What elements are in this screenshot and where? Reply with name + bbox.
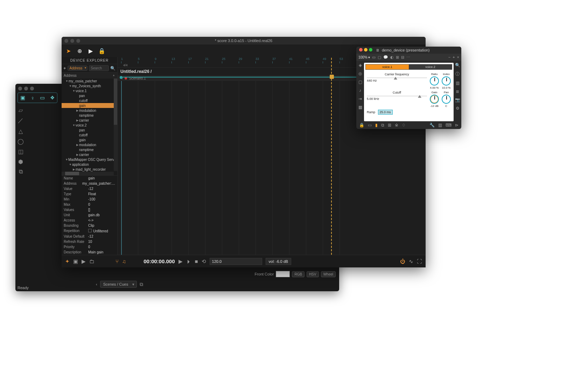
wrench-icon[interactable]: 🔧 (429, 123, 435, 128)
branch-icon[interactable]: ⑂ (115, 258, 119, 264)
tree-item[interactable]: ▶modulation (62, 108, 117, 113)
camera-icon[interactable]: 📷 (455, 97, 460, 102)
transport-stop-button[interactable]: ■ (195, 258, 198, 264)
add-icon[interactable]: ⊕ (76, 48, 83, 54)
transport-rewind-button[interactable]: ⟲ (202, 258, 206, 265)
add-device-button[interactable]: + (63, 66, 66, 71)
tree-hscrollbar[interactable] (62, 172, 114, 175)
layers-icon[interactable]: ⧉ (381, 123, 384, 128)
tool-light-icon[interactable]: ♀ (28, 93, 37, 103)
square-icon[interactable]: ▢ (358, 80, 362, 84)
transport-play-button[interactable]: ▶ (178, 258, 183, 265)
tree-item[interactable]: ▶modulation (62, 142, 117, 147)
note-icon[interactable]: ♪ (359, 88, 361, 93)
search-icon[interactable]: 🔍 (455, 63, 460, 68)
process-icon[interactable]: ✦ (65, 258, 70, 265)
tree-item[interactable]: ▼my_2voices_synth (62, 83, 117, 88)
tb-icon-5[interactable]: ⊞ (396, 55, 399, 60)
tree-item[interactable]: ▶carrier (62, 152, 117, 157)
device-tree[interactable]: ▼my_ossia_patcher▼my_2voices_synth▼voice… (62, 79, 117, 175)
tree-item[interactable]: ▼application (62, 162, 117, 167)
grid-icon[interactable]: ⊞ (388, 123, 391, 128)
tree-item[interactable]: cutoff (62, 98, 117, 103)
popout-icon[interactable]: ⧉ (140, 281, 143, 287)
play-icon[interactable]: ▶ (88, 48, 94, 54)
columns-icon[interactable]: ▥ (456, 81, 460, 86)
snap-icon[interactable]: ※ (395, 123, 398, 128)
playhead[interactable] (331, 57, 332, 255)
add-rect-icon[interactable]: ▱ (18, 107, 24, 114)
tree-item[interactable]: pan (62, 128, 117, 132)
tb-icon-3[interactable]: 💬 (383, 55, 388, 60)
tool-monitor-icon[interactable]: ▭ (37, 93, 47, 103)
search-icon[interactable]: 🔍 (110, 66, 115, 71)
fullscreen-icon[interactable]: ⛶ (417, 258, 422, 264)
scenes-combo[interactable]: Scenes / Cues (100, 281, 137, 288)
add-solid-icon[interactable]: ⬢ (18, 158, 24, 165)
folder-icon[interactable]: 🗀 (89, 258, 94, 264)
rgb-button[interactable]: RGB (292, 271, 304, 277)
power-icon[interactable]: ⏻ (400, 258, 405, 264)
info-icon[interactable]: ⓘ (455, 71, 460, 77)
pan-knob[interactable] (442, 95, 451, 104)
present-icon[interactable]: ▭ (368, 123, 372, 128)
presentation-mode-icon[interactable]: ▮ (375, 123, 378, 128)
add-triangle-icon[interactable]: △ (18, 128, 24, 135)
mixer-icon[interactable]: ∿ (409, 258, 413, 265)
picture-icon[interactable]: ▦ (358, 105, 362, 110)
piano-icon[interactable]: ▥ (438, 123, 442, 128)
tab-voice-2[interactable]: voice.2 (409, 64, 452, 69)
tree-item[interactable]: ▼my_ossia_patcher (62, 79, 117, 83)
hsv-button[interactable]: HSV (307, 271, 319, 277)
sliders-icon[interactable]: ⚙ (456, 106, 460, 111)
tree-item[interactable]: ▶carrier (62, 118, 117, 123)
image-icon[interactable]: ▣ (73, 258, 78, 265)
arrow-icon[interactable]: ⇥ (358, 96, 362, 101)
tree-item[interactable]: cutoff (62, 132, 117, 137)
volume-display[interactable]: vol: -6.0 dB (266, 258, 292, 265)
add-line-icon[interactable]: ／ (18, 117, 24, 124)
add-ellipse-icon[interactable]: ◯ (18, 138, 24, 145)
tb-icon-4[interactable]: ◐ (390, 55, 394, 60)
breadcrumb[interactable]: Untitled.real26 / (120, 69, 152, 74)
search-input[interactable] (89, 65, 109, 71)
address-combo[interactable]: Address (68, 66, 88, 71)
tb-icon-2[interactable]: ▢ (378, 55, 381, 60)
wheel-button[interactable]: Wheel (321, 271, 336, 277)
tab-voice-1[interactable]: voice.1 (366, 64, 409, 69)
run-icon[interactable]: ⊳ (455, 123, 458, 128)
cube-icon[interactable]: ◈ (359, 63, 362, 68)
zoom-combo[interactable]: 100% ▾ (358, 55, 370, 59)
tree-item[interactable]: ▼MadMapper OSC Query Server (62, 157, 117, 162)
start-marker[interactable] (121, 81, 122, 255)
tree-item[interactable]: pan (62, 93, 117, 98)
tree-item[interactable]: ▶mad_light_recorder (62, 167, 117, 172)
tree-vscrollbar[interactable] (114, 79, 117, 171)
tree-item[interactable]: gain (62, 137, 117, 142)
tempo-input[interactable] (210, 258, 262, 265)
add-group-icon[interactable]: ⧉ (18, 169, 24, 175)
tree-item[interactable]: ramptime (62, 147, 117, 152)
keyboard-icon[interactable]: ⌨ (446, 123, 451, 128)
tree-item[interactable]: ▼voice.1 (62, 88, 117, 93)
ratio-knob[interactable] (430, 76, 439, 86)
music-icon[interactable]: ♫ (122, 258, 126, 264)
lock-icon[interactable]: 🔒 (99, 48, 105, 54)
color-swatch[interactable] (276, 271, 290, 277)
link-icon[interactable]: ♢ (402, 123, 406, 128)
lock-icon[interactable]: 🔒 (359, 123, 364, 128)
cursor-icon[interactable]: ➤ (65, 48, 71, 54)
tb-icon-1[interactable]: ▭ (372, 55, 376, 60)
carrier-slider[interactable] (367, 77, 427, 78)
gain-knob[interactable] (430, 95, 439, 104)
tb-close-icon[interactable]: × (457, 55, 459, 59)
tb-icon-7[interactable]: ⋯ (406, 55, 410, 60)
target-icon[interactable]: ◎ (358, 71, 362, 76)
tree-item[interactable]: ramptime (62, 113, 117, 118)
index-knob[interactable] (442, 76, 451, 86)
video-icon[interactable]: ▶ (82, 258, 86, 265)
ramp-input[interactable]: 25.0 ms (378, 110, 393, 115)
chevron-left-icon[interactable]: ‹ (96, 282, 97, 286)
tool-cube-icon[interactable]: ❖ (47, 93, 57, 103)
transport-play-from-button[interactable]: ⏵ (186, 258, 191, 264)
